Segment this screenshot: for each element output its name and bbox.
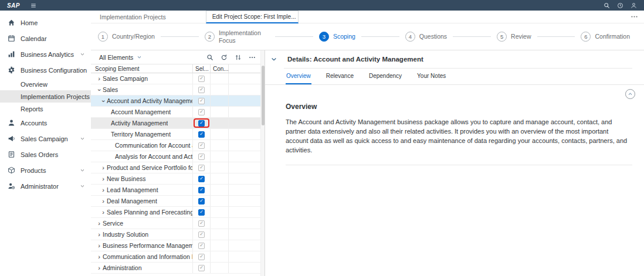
sidebar-item-label: Administrator [21,183,59,190]
overflow-icon[interactable] [249,54,256,61]
scoping-row-communication-for-account-and-ac[interactable]: Communication for Account and Ac...✓ [91,140,260,151]
select-checkbox[interactable]: ✓ [198,209,205,216]
scoping-row-industry-solution[interactable]: ›Industry Solution✓ [91,229,260,240]
column-scoping-element[interactable]: Scoping Element [91,66,192,72]
sidebar-item-sales-orders[interactable]: Sales Orders [0,146,91,162]
scoping-row-sales[interactable]: ›Sales✓ [91,84,260,96]
scoping-row-activity-management[interactable]: Activity Management✓ [91,118,260,129]
scoping-row-sales-planning-and-forecasting[interactable]: ›Sales Planning and Forecasting✓ [91,207,260,218]
scoping-row-administration[interactable]: ›Administration✓ [91,263,260,274]
expand-arrow-icon[interactable]: › [100,165,107,171]
elements-filter-dropdown[interactable]: All Elements [99,54,142,61]
select-cell: ✓ [192,140,210,151]
details-tab-dependency[interactable]: Dependency [368,69,402,84]
conflict-cell [210,196,229,206]
expand-arrow-icon[interactable]: › [96,265,103,271]
expand-arrow-icon[interactable]: › [100,198,107,205]
expand-arrow-icon[interactable]: › [96,243,103,249]
sidebar-item-accounts[interactable]: Accounts [0,115,91,131]
scoping-row-new-business[interactable]: ›New Business✓ [91,173,260,185]
select-checkbox[interactable]: ✓ [198,198,205,205]
select-checkbox[interactable]: ✓ [198,109,205,115]
select-checkbox[interactable]: ✓ [198,176,205,182]
sidebar-nav: HomeCalendarBusiness AnalyticsBusiness C… [0,11,91,276]
expand-arrow-icon[interactable]: › [100,187,107,193]
menu-icon[interactable] [30,2,36,8]
sidebar-item-business-configuration[interactable]: Business Configuration [0,62,91,78]
select-checkbox[interactable]: ✓ [198,142,205,149]
expand-arrow-icon[interactable]: › [96,220,103,227]
sort-icon[interactable] [235,54,242,61]
scoping-element-label: Administration [103,264,142,271]
select-checkbox[interactable]: ✓ [198,265,205,271]
sidebar-item-home[interactable]: Home [0,15,91,30]
collapse-header-button[interactable] [625,89,635,99]
scoping-row-communication-and-information-excha[interactable]: ›Communication and Information Excha...✓ [91,251,260,263]
select-checkbox[interactable]: ✓ [198,120,205,127]
step-number: 6 [581,32,591,42]
sidebar-item-administrator[interactable]: Administrator [0,178,91,194]
expand-arrow-icon[interactable]: › [100,176,107,182]
sidebar-item-business-analytics[interactable]: Business Analytics [0,46,91,62]
row-filler [229,129,260,139]
wizard-step-questions[interactable]: 4Questions [405,32,447,42]
scoping-row-account-and-activity-management[interactable]: ›Account and Activity Management✓ [91,96,260,107]
wizard-step-implementation-focus[interactable]: 2Implementation Focus [205,29,269,43]
details-tab-overview[interactable]: Overview [286,69,311,84]
column-selected[interactable]: Sel... [192,64,210,73]
sidebar-subitem-reports[interactable]: Reports [0,103,91,115]
scoping-row-deal-management[interactable]: ›Deal Management✓ [91,196,260,207]
scoping-row-product-and-service-portfolio-for-sales[interactable]: ›Product and Service Portfolio for Sales… [91,162,260,173]
select-checkbox[interactable]: ✓ [198,87,205,93]
scoping-row-service[interactable]: ›Service✓ [91,218,260,229]
select-checkbox[interactable]: ✓ [198,165,205,171]
details-tab-relevance[interactable]: Relevance [326,69,354,84]
select-cell: ✓ [192,129,210,139]
select-checkbox[interactable]: ✓ [198,154,205,160]
scoping-row-sales-campaign[interactable]: ›Sales Campaign✓ [91,73,260,84]
wizard-step-review[interactable]: 5Review [497,32,531,42]
tab-edit-project-scope[interactable]: Edit Project Scope: First Imple... [206,11,299,23]
clock-icon[interactable] [617,2,623,9]
scoping-row-territory-management[interactable]: Territory Management✓ [91,129,260,140]
vertical-scrollbar[interactable] [260,50,265,276]
sidebar-item-sales-campaign[interactable]: Sales Campaign [0,131,91,146]
select-checkbox[interactable]: ✓ [198,98,205,104]
scoping-row-business-performance-management[interactable]: ›Business Performance Management✓ [91,240,260,251]
tab-overflow-icon[interactable] [631,13,638,21]
scoping-row-lead-management[interactable]: ›Lead Management✓ [91,185,260,196]
select-checkbox[interactable]: ✓ [198,231,205,238]
details-tab-your-notes[interactable]: Your Notes [416,69,446,84]
select-checkbox[interactable]: ✓ [198,243,205,249]
select-checkbox[interactable]: ✓ [198,220,205,227]
wizard-step-confirmation[interactable]: 6Confirmation [581,32,630,42]
select-checkbox[interactable]: ✓ [198,131,205,138]
row-filler [229,84,260,95]
search-icon[interactable] [604,2,610,9]
search-icon[interactable] [206,54,213,61]
wizard-step-country-region[interactable]: 1Country/Region [98,32,155,42]
scoping-toolbar: All Elements [91,50,260,64]
collapse-arrow-icon[interactable]: › [96,86,103,93]
tab-implementation-projects[interactable]: Implementation Projects [100,13,166,21]
select-checkbox[interactable]: ✓ [198,187,205,193]
select-checkbox[interactable]: ✓ [198,76,205,82]
sidebar-item-calendar[interactable]: Calendar [0,30,91,46]
expand-arrow-icon[interactable]: › [96,231,103,238]
sidebar-subitem-implementation-projects[interactable]: Implementation Projects [0,90,91,103]
details-collapse-icon[interactable] [270,56,277,63]
scoping-element-label: Territory Management [111,131,171,138]
wizard-step-scoping[interactable]: 3Scoping [319,32,355,42]
scoping-row-analysis-for-account-and-activity-m[interactable]: Analysis for Account and Activity M...✓ [91,151,260,162]
sidebar-subitem-overview[interactable]: Overview [0,78,91,90]
scoping-row-account-management[interactable]: Account Management✓ [91,107,260,118]
column-conflict[interactable]: Con... [210,64,229,73]
sidebar-item-products[interactable]: Products [0,162,91,178]
expand-arrow-icon[interactable]: › [96,76,103,82]
expand-arrow-icon[interactable]: › [100,209,107,216]
select-checkbox[interactable]: ✓ [198,254,205,260]
refresh-icon[interactable] [221,54,228,61]
collapse-arrow-icon[interactable]: › [100,97,107,104]
expand-arrow-icon[interactable]: › [96,254,103,260]
profile-icon[interactable] [631,2,637,9]
